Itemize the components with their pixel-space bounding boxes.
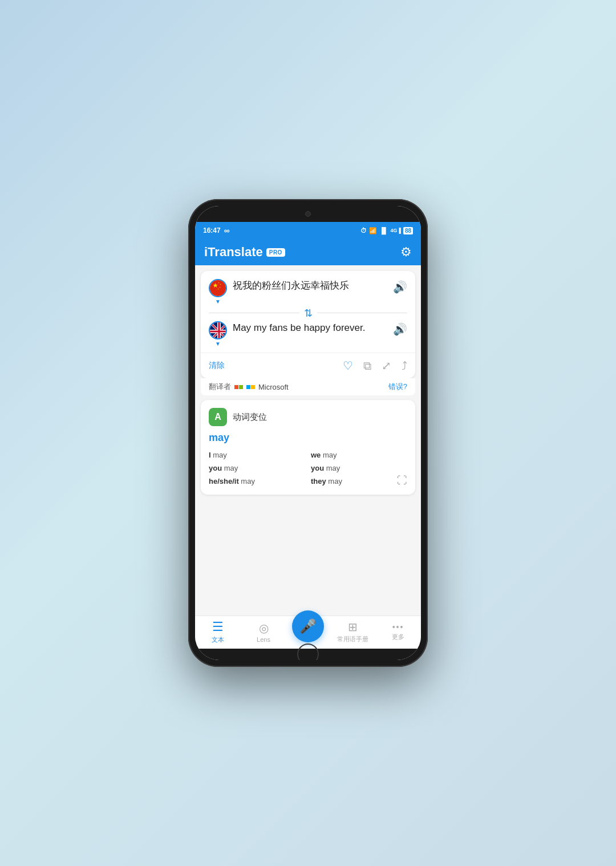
conjugation-grid: I may we may you may you may he/she/it m… [209,450,407,487]
status-right: ⏱ 📶 ▐▌ 4G▐ 88 [360,227,413,234]
target-text: May my fans be happy forever. [233,321,387,335]
translator-label: 翻译者 [209,382,231,392]
source-language-selector[interactable]: ▼ [209,279,227,305]
phrasebook-nav-label: 常用语手册 [337,635,368,644]
translation-card: ▼ 祝我的粉丝们永远幸福快乐 🔊 ⇅ [201,271,415,378]
action-icons: ♡ ⧉ ⤢ ⤴ [343,359,407,373]
conj-he: he/she/it may [209,476,305,487]
settings-icon[interactable]: ⚙ [400,245,412,260]
source-sound-button[interactable]: 🔊 [393,280,407,294]
favorite-icon[interactable]: ♡ [343,359,353,373]
verb-icon: A [209,408,227,426]
text-nav-label: 文本 [212,636,224,644]
chinese-flag [209,279,227,297]
camera-bar [195,206,421,222]
nav-lens[interactable]: ◎ Lens [246,621,281,643]
clear-button[interactable]: 清除 [209,361,225,371]
app-title: iTranslate PRO [204,245,285,260]
camera-dot [305,211,311,217]
clock-icon: ⏱ [360,227,367,234]
phone-screen: 16:47 ∞ ⏱ 📶 ▐▌ 4G▐ 88 iTranslate PRO ⚙ [195,206,421,660]
target-sound-button[interactable]: 🔊 [393,322,407,336]
verb-name[interactable]: may [209,432,407,444]
microsoft-logo-2 [246,385,255,389]
conj-you2: you may [311,463,407,474]
lte-icon: 4G▐ [390,228,400,233]
text-nav-icon: ☰ [212,620,224,634]
translator-credit: 翻译者 Microsoft 错误? [201,378,415,395]
conj-they: they may [311,476,407,487]
uk-flag [209,321,227,339]
copy-icon[interactable]: ⧉ [363,359,371,373]
status-bar: 16:47 ∞ ⏱ 📶 ▐▌ 4G▐ 88 [195,222,421,239]
time-display: 16:47 [203,226,221,234]
mic-icon: 🎤 [299,618,317,634]
conj-you: you may [209,463,305,474]
swap-divider: ⇅ [209,313,407,313]
mic-button[interactable]: 🎤 [292,610,324,642]
battery-display: 88 [403,227,413,234]
target-language-selector[interactable]: ▼ [209,321,227,347]
source-text[interactable]: 祝我的粉丝们永远幸福快乐 [233,279,387,293]
share-icon[interactable]: ⤴ [402,359,407,373]
signal-icon: ▐▌ [379,227,388,234]
translator-info: 翻译者 Microsoft [209,382,289,392]
translator-name: Microsoft [258,383,289,391]
app-name-text: iTranslate [204,245,263,260]
app-header: iTranslate PRO ⚙ [195,239,421,265]
source-chevron: ▼ [215,298,221,305]
conjugation-expand-icon[interactable]: ⛶ [397,475,407,487]
pro-badge: PRO [266,248,285,257]
more-nav-icon: ••• [392,622,404,632]
error-link[interactable]: 错误? [388,382,407,392]
swap-icon[interactable]: ⇅ [299,307,317,319]
phrasebook-nav-icon: ⊞ [348,620,358,634]
infinity-icon: ∞ [224,226,230,235]
target-chevron: ▼ [215,341,221,347]
nav-text[interactable]: ☰ 文本 [201,620,235,644]
conj-i: I may [209,450,305,460]
lens-nav-label: Lens [257,636,270,643]
phone-frame: 16:47 ∞ ⏱ 📶 ▐▌ 4G▐ 88 iTranslate PRO ⚙ [188,199,428,667]
more-nav-label: 更多 [392,633,404,641]
home-indicator [195,649,421,660]
svg-rect-14 [210,331,227,333]
nav-phrasebook[interactable]: ⊞ 常用语手册 [335,620,370,644]
wifi-icon: 📶 [369,227,377,234]
verb-conjugation-card: A 动词变位 may I may we may you may you may … [201,400,415,495]
status-left: 16:47 ∞ [203,226,230,235]
microsoft-logo [234,385,243,389]
conj-we: we may [311,450,407,460]
action-bar: 清除 ♡ ⧉ ⤢ ⤴ [201,353,415,378]
lens-nav-icon: ◎ [259,621,269,635]
expand-icon[interactable]: ⤢ [382,359,391,373]
verb-card-title: 动词变位 [233,412,267,423]
verb-card-header: A 动词变位 [209,408,407,426]
main-content: ▼ 祝我的粉丝们永远幸福快乐 🔊 ⇅ [195,265,421,616]
nav-more[interactable]: ••• 更多 [381,622,415,641]
